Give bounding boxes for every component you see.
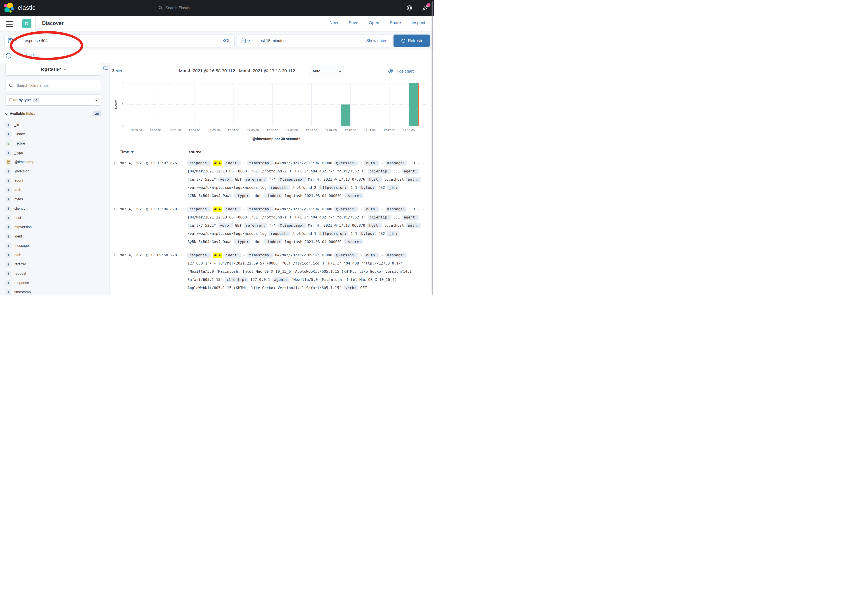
saved-query-chevron-icon[interactable] [15, 39, 17, 41]
field-name: clientip [15, 207, 25, 210]
field-type-icon: t [6, 131, 11, 137]
field-type-icon: t [6, 205, 11, 211]
time-range-value[interactable]: Last 15 minutes [257, 38, 366, 43]
doc-field-badge: _id: [387, 185, 400, 190]
field-item-clientip[interactable]: tclientip [6, 204, 104, 213]
y-axis-title: Count [114, 100, 118, 109]
add-filter-link[interactable]: + Add filter [22, 53, 40, 58]
filter-type-chevron-icon [95, 99, 97, 101]
global-search-input[interactable]: Search Elastic [155, 3, 290, 13]
show-dates-link[interactable]: Show dates [366, 38, 387, 43]
hide-chart-button[interactable]: Hide chart [388, 69, 413, 74]
x-tick-label: 16:59:00 [126, 129, 146, 132]
filter-icon[interactable] [6, 53, 12, 59]
doc-field-value: /var/www/example.com/logs/access.log [187, 186, 267, 190]
doc-field-badge: @version: [334, 207, 358, 211]
refresh-button[interactable]: Refresh [394, 34, 430, 47]
field-item-agent[interactable]: tagent [6, 176, 104, 185]
field-item-host[interactable]: thost [6, 213, 104, 222]
elastic-brand[interactable]: elastic [3, 2, 35, 13]
search-field-placeholder: Search field names [16, 83, 49, 88]
expand-row-icon[interactable]: › [110, 159, 120, 200]
collapse-sidebar-icon[interactable] [102, 65, 109, 71]
doc-field-badge: path: [406, 177, 421, 182]
available-fields-header[interactable]: Available fields 20 [6, 111, 101, 117]
page-scrollbar[interactable] [431, 1, 433, 295]
field-item-message[interactable]: tmessage [6, 241, 104, 250]
field-type-icon: t [6, 289, 11, 295]
field-item-version[interactable]: t@version [6, 167, 104, 176]
field-item-timestamp[interactable]: ttimestamp [6, 288, 104, 296]
index-pattern-selector[interactable]: logstash-* [6, 63, 101, 75]
doc-field-badge: _id: [387, 231, 400, 236]
field-name: _index [15, 132, 25, 136]
notification-dot [427, 3, 431, 7]
field-item-type[interactable]: t_type [6, 148, 104, 157]
table-row: ›Mar 4, 2021 @ 17:13:07.876response: 404… [110, 156, 433, 202]
doc-field-value: localhost [384, 223, 404, 228]
source-column-header: _source [186, 150, 201, 155]
field-item-path[interactable]: tpath [6, 250, 104, 260]
field-type-icon: t [6, 271, 11, 276]
field-type-icon: t [6, 262, 11, 267]
doc-field-value: GET [235, 177, 242, 182]
menu-icon[interactable] [6, 21, 13, 27]
x-tick-label: 17:06:00 [263, 129, 282, 132]
chart-time-range: Mar 4, 2021 @ 16:58:30.112 - Mar 4, 2021… [165, 68, 309, 74]
field-item-referrer[interactable]: treferrer [6, 260, 104, 269]
help-icon[interactable] [407, 5, 412, 11]
filter-type-count-badge: 0 [33, 98, 39, 102]
field-item-ident[interactable]: tident [6, 232, 104, 241]
doc-rows: ›Mar 4, 2021 @ 17:13:07.876response: 404… [110, 156, 433, 294]
doc-field-value: 04/Mar/2021:22:13:06 +0000 [275, 207, 332, 211]
expand-row-icon[interactable]: › [110, 205, 120, 246]
field-item-bytes[interactable]: tbytes [6, 195, 104, 204]
field-item-score[interactable]: #_score [6, 139, 104, 148]
doc-field-badge: ident: [224, 207, 241, 211]
x-tick-label: 17:10:00 [340, 129, 360, 132]
calendar-icon[interactable] [241, 38, 246, 43]
search-icon [9, 83, 14, 88]
search-field-names-input[interactable]: Search field names [6, 80, 101, 91]
histogram-bar[interactable] [409, 83, 419, 126]
doc-field-badge: verb: [344, 285, 358, 290]
histogram-bar[interactable] [341, 105, 350, 126]
field-item-timestamp[interactable]: @timestamp [6, 157, 104, 167]
row-time: Mar 4, 2021 @ 17:09:58.278 [120, 251, 187, 292]
query-input[interactable]: response:404 KQL [4, 34, 235, 47]
field-item-request[interactable]: trequest [6, 269, 104, 278]
field-item-httpversion[interactable]: thttpversion [6, 222, 104, 232]
expand-row-icon[interactable]: › [110, 251, 120, 292]
action-save[interactable]: Save [348, 21, 358, 25]
query-language-button[interactable]: KQL [223, 38, 230, 43]
doc-field-badge: ident: [224, 253, 241, 258]
field-item-id[interactable]: t_id [6, 120, 104, 130]
time-column-header[interactable]: Time [113, 150, 186, 155]
action-share[interactable]: Share [390, 21, 401, 25]
doc-field-badge: agent: [402, 215, 419, 220]
field-item-index[interactable]: t_index [6, 130, 104, 139]
doc-field-badge: response: [187, 161, 211, 165]
field-item-response[interactable]: tresponse [6, 278, 104, 288]
action-new[interactable]: New [329, 21, 338, 25]
date-picker-chevron-icon[interactable] [247, 39, 250, 41]
action-inspect[interactable]: Inspect [412, 21, 425, 25]
saved-query-icon[interactable] [8, 38, 13, 43]
field-item-auth[interactable]: tauth [6, 185, 104, 195]
query-text[interactable]: response:404 [24, 38, 223, 43]
field-name: @version [15, 169, 30, 173]
search-icon [158, 6, 163, 10]
newsfeed-icon[interactable] [422, 5, 428, 11]
field-name: agent [15, 179, 23, 183]
interval-select[interactable]: Auto [309, 66, 344, 76]
discover-app-icon[interactable]: D [22, 19, 31, 28]
results-panel: 3 hits Mar 4, 2021 @ 16:58:30.112 - Mar … [109, 63, 434, 296]
doc-field-value: 1.1 [351, 232, 357, 236]
filter-by-type-select[interactable]: Filter by type 0 [6, 95, 101, 106]
action-open[interactable]: Open [369, 21, 379, 25]
field-type-icon [6, 159, 11, 165]
histogram-chart[interactable]: 16:59:0017:00:0017:01:0017:02:0017:03:00… [110, 63, 434, 143]
x-tick-label: 17:00:00 [146, 129, 165, 132]
field-name: _score [15, 142, 25, 145]
doc-field-badge: host: [368, 223, 382, 228]
